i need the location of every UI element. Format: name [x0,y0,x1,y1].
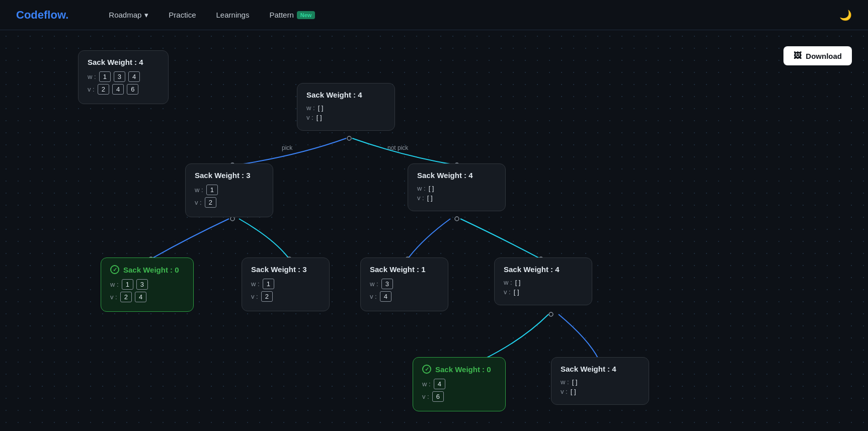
node-r1: Sack Weight : 4 w : [ ] v : [ ] [408,163,506,211]
nav-links: Roadmap ▾ Practice Learnings Pattern New [109,11,315,20]
root-w-1: 1 [99,71,111,82]
node-rrr3-v: v : [ ] [561,388,640,395]
node-rr2-v: v : [ ] [504,288,583,296]
node-rr2: Sack Weight : 4 w : [ ] v : [ ] [494,257,592,305]
nav-roadmap[interactable]: Roadmap ▾ [109,11,148,20]
node-l1-w: w : 1 [195,185,264,195]
nav-learnings[interactable]: Learnings [216,11,250,19]
navbar: Codeflow. Roadmap ▾ Practice Learnings P… [0,0,868,30]
node-root-v: v : [ ] [306,114,385,121]
node-root: Sack Weight : 4 w : [ ] v : [ ] [297,83,395,131]
node-rrl3: ✓ Sack Weight : 0 w : 4 v : 6 [413,357,506,411]
check-icon-2: ✓ [422,365,431,374]
node-rrr3: Sack Weight : 4 w : [ ] v : [ ] [551,357,649,405]
root-info-v-row: v : 2 4 6 [88,84,159,95]
svg-point-4 [455,217,459,221]
download-button[interactable]: 🖼 Download [783,46,852,65]
node-rrl3-w: w : 4 [422,379,496,389]
node-r1-w: w : [ ] [417,185,496,192]
node-root-title: Sack Weight : 4 [306,91,385,99]
root-info-w-row: w : 1 3 4 [88,71,159,82]
logo[interactable]: Codeflow. [16,9,68,22]
node-lr2-w: w : 1 [251,279,320,289]
node-l1-v: v : 2 [195,197,264,208]
root-info-title: Sack Weight : 4 [88,58,159,66]
node-rl2: Sack Weight : 1 w : 3 v : 4 [360,257,448,311]
root-v-2: 4 [112,84,124,95]
svg-text:pick: pick [282,144,293,151]
root-v-3: 6 [127,84,138,95]
node-ll2: ✓ Sack Weight : 0 w : 1 3 v : 2 4 [101,257,194,312]
node-lr2-v: v : 2 [251,291,320,302]
node-rl2-title: Sack Weight : 1 [370,265,439,274]
node-lr2: Sack Weight : 3 w : 1 v : 2 [242,257,330,311]
root-info-card: Sack Weight : 4 w : 1 3 4 v : 2 4 6 [78,50,169,104]
chevron-down-icon: ▾ [144,11,148,20]
theme-toggle-icon[interactable]: 🌙 [839,9,852,21]
node-rr2-w: w : [ ] [504,279,583,286]
svg-point-0 [347,136,351,140]
check-icon: ✓ [110,265,119,274]
root-w-2: 3 [114,71,125,82]
svg-text:not pick: not pick [387,144,409,151]
logo-text: Codeflow. [16,9,68,21]
main-content: 🖼 Download [0,30,868,431]
node-rl2-w: w : 3 [370,279,439,289]
node-ll2-title: ✓ Sack Weight : 0 [110,265,184,274]
node-lr2-title: Sack Weight : 3 [251,265,320,274]
node-rl2-v: v : 4 [370,291,439,302]
root-w-3: 4 [128,71,140,82]
svg-point-9 [549,312,553,316]
node-r1-title: Sack Weight : 4 [417,171,496,180]
node-l1: Sack Weight : 3 w : 1 v : 2 [185,163,273,217]
node-ll2-w: w : 1 3 [110,279,184,290]
node-rrr3-title: Sack Weight : 4 [561,365,640,373]
node-rrr3-w: w : [ ] [561,378,640,386]
svg-point-3 [230,217,234,221]
node-ll2-v: v : 2 4 [110,292,184,302]
node-r1-v: v : [ ] [417,194,496,202]
node-root-w: w : [ ] [306,104,385,112]
node-l1-title: Sack Weight : 3 [195,171,264,180]
root-v-1: 2 [98,84,109,95]
node-rr2-title: Sack Weight : 4 [504,265,583,274]
download-icon: 🖼 [794,51,802,60]
nav-practice[interactable]: Practice [169,11,196,19]
node-rrl3-title: ✓ Sack Weight : 0 [422,365,496,374]
node-rrl3-v: v : 6 [422,391,496,402]
new-badge: New [297,11,315,19]
nav-right: 🌙 [839,9,852,21]
nav-pattern[interactable]: Pattern New [269,11,315,19]
